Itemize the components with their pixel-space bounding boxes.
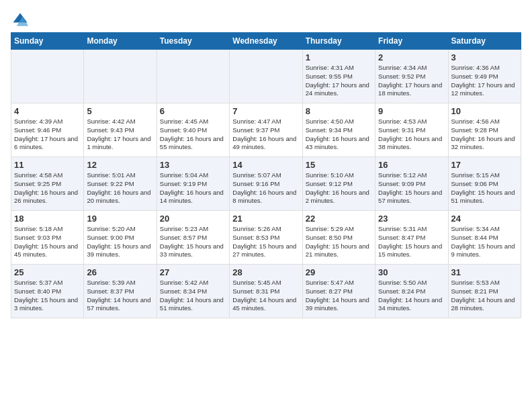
day-info: Sunrise: 5:53 AM Sunset: 8:21 PM Dayligh…	[451, 279, 518, 313]
calendar-cell: 10Sunrise: 4:56 AM Sunset: 9:28 PM Dayli…	[448, 103, 521, 157]
day-number: 18	[14, 214, 81, 224]
day-info: Sunrise: 5:29 AM Sunset: 8:50 PM Dayligh…	[306, 225, 372, 259]
logo-icon	[11, 11, 30, 30]
day-number: 27	[160, 267, 226, 277]
calendar-cell: 2Sunrise: 4:34 AM Sunset: 9:52 PM Daylig…	[375, 50, 448, 103]
day-info: Sunrise: 4:39 AM Sunset: 9:46 PM Dayligh…	[14, 118, 81, 152]
header-cell: Sunday	[11, 33, 84, 50]
day-info: Sunrise: 4:42 AM Sunset: 9:43 PM Dayligh…	[87, 118, 153, 152]
logo	[11, 11, 32, 30]
calendar-cell	[230, 50, 302, 103]
calendar-row: 18Sunrise: 5:18 AM Sunset: 9:03 PM Dayli…	[11, 211, 521, 265]
calendar-cell: 23Sunrise: 5:31 AM Sunset: 8:47 PM Dayli…	[375, 211, 448, 265]
day-info: Sunrise: 5:39 AM Sunset: 8:37 PM Dayligh…	[87, 279, 153, 313]
day-number: 14	[232, 160, 299, 170]
calendar-cell: 22Sunrise: 5:29 AM Sunset: 8:50 PM Dayli…	[302, 211, 375, 265]
calendar-cell: 4Sunrise: 4:39 AM Sunset: 9:46 PM Daylig…	[11, 103, 84, 157]
day-info: Sunrise: 4:34 AM Sunset: 9:52 PM Dayligh…	[378, 64, 445, 98]
day-number: 4	[14, 106, 81, 116]
day-info: Sunrise: 4:45 AM Sunset: 9:40 PM Dayligh…	[160, 118, 226, 152]
day-number: 22	[306, 214, 372, 224]
day-number: 16	[378, 160, 445, 170]
day-number: 28	[232, 267, 299, 277]
calendar-cell	[11, 50, 84, 103]
day-number: 26	[87, 267, 153, 277]
day-number: 2	[378, 52, 445, 62]
day-number: 6	[160, 106, 226, 116]
calendar-cell: 28Sunrise: 5:45 AM Sunset: 8:31 PM Dayli…	[230, 265, 302, 318]
calendar-row: 25Sunrise: 5:37 AM Sunset: 8:40 PM Dayli…	[11, 265, 521, 318]
day-number: 11	[14, 160, 81, 170]
calendar-cell: 25Sunrise: 5:37 AM Sunset: 8:40 PM Dayli…	[11, 265, 84, 318]
day-number: 1	[306, 52, 372, 62]
day-number: 31	[451, 267, 518, 277]
header-cell: Monday	[84, 33, 157, 50]
calendar-cell: 16Sunrise: 5:12 AM Sunset: 9:09 PM Dayli…	[375, 157, 448, 211]
page: SundayMondayTuesdayWednesdayThursdayFrid…	[0, 0, 532, 326]
day-info: Sunrise: 5:20 AM Sunset: 9:00 PM Dayligh…	[87, 225, 153, 259]
day-number: 15	[306, 160, 372, 170]
header-row: SundayMondayTuesdayWednesdayThursdayFrid…	[11, 33, 521, 50]
day-number: 23	[378, 214, 445, 224]
calendar-header: SundayMondayTuesdayWednesdayThursdayFrid…	[11, 33, 521, 50]
header-cell: Tuesday	[157, 33, 229, 50]
day-number: 29	[306, 267, 372, 277]
day-info: Sunrise: 5:15 AM Sunset: 9:06 PM Dayligh…	[451, 171, 518, 205]
day-info: Sunrise: 5:01 AM Sunset: 9:22 PM Dayligh…	[87, 171, 153, 205]
calendar-cell: 11Sunrise: 4:58 AM Sunset: 9:25 PM Dayli…	[11, 157, 84, 211]
calendar-cell: 13Sunrise: 5:04 AM Sunset: 9:19 PM Dayli…	[157, 157, 229, 211]
calendar-cell: 26Sunrise: 5:39 AM Sunset: 8:37 PM Dayli…	[84, 265, 157, 318]
day-number: 25	[14, 267, 81, 277]
day-number: 21	[232, 214, 299, 224]
day-info: Sunrise: 5:04 AM Sunset: 9:19 PM Dayligh…	[160, 171, 226, 205]
calendar-cell: 17Sunrise: 5:15 AM Sunset: 9:06 PM Dayli…	[448, 157, 521, 211]
day-number: 24	[451, 214, 518, 224]
day-info: Sunrise: 4:58 AM Sunset: 9:25 PM Dayligh…	[14, 171, 81, 205]
day-info: Sunrise: 5:47 AM Sunset: 8:27 PM Dayligh…	[306, 279, 372, 313]
header-cell: Friday	[375, 33, 448, 50]
day-number: 12	[87, 160, 153, 170]
day-info: Sunrise: 4:56 AM Sunset: 9:28 PM Dayligh…	[451, 118, 518, 152]
day-info: Sunrise: 5:37 AM Sunset: 8:40 PM Dayligh…	[14, 279, 81, 313]
day-info: Sunrise: 5:07 AM Sunset: 9:16 PM Dayligh…	[232, 171, 299, 205]
calendar-cell: 18Sunrise: 5:18 AM Sunset: 9:03 PM Dayli…	[11, 211, 84, 265]
day-number: 17	[451, 160, 518, 170]
day-info: Sunrise: 5:45 AM Sunset: 8:31 PM Dayligh…	[232, 279, 299, 313]
calendar-cell	[84, 50, 157, 103]
day-info: Sunrise: 5:12 AM Sunset: 9:09 PM Dayligh…	[378, 171, 445, 205]
calendar-cell: 6Sunrise: 4:45 AM Sunset: 9:40 PM Daylig…	[157, 103, 229, 157]
day-info: Sunrise: 5:50 AM Sunset: 8:24 PM Dayligh…	[378, 279, 445, 313]
calendar-table: SundayMondayTuesdayWednesdayThursdayFrid…	[11, 32, 521, 318]
calendar-cell: 20Sunrise: 5:23 AM Sunset: 8:57 PM Dayli…	[157, 211, 229, 265]
day-number: 13	[160, 160, 226, 170]
header-cell: Wednesday	[230, 33, 302, 50]
day-number: 9	[378, 106, 445, 116]
day-number: 3	[451, 52, 518, 62]
day-info: Sunrise: 4:31 AM Sunset: 9:55 PM Dayligh…	[306, 64, 372, 98]
calendar-cell: 19Sunrise: 5:20 AM Sunset: 9:00 PM Dayli…	[84, 211, 157, 265]
day-info: Sunrise: 5:42 AM Sunset: 8:34 PM Dayligh…	[160, 279, 226, 313]
calendar-cell: 30Sunrise: 5:50 AM Sunset: 8:24 PM Dayli…	[375, 265, 448, 318]
calendar-cell: 29Sunrise: 5:47 AM Sunset: 8:27 PM Dayli…	[302, 265, 375, 318]
header-cell: Thursday	[302, 33, 375, 50]
day-info: Sunrise: 4:47 AM Sunset: 9:37 PM Dayligh…	[232, 118, 299, 152]
day-number: 19	[87, 214, 153, 224]
calendar-row: 1Sunrise: 4:31 AM Sunset: 9:55 PM Daylig…	[11, 50, 521, 103]
calendar-cell: 15Sunrise: 5:10 AM Sunset: 9:12 PM Dayli…	[302, 157, 375, 211]
day-info: Sunrise: 5:10 AM Sunset: 9:12 PM Dayligh…	[306, 171, 372, 205]
day-number: 8	[306, 106, 372, 116]
day-number: 10	[451, 106, 518, 116]
calendar-cell: 8Sunrise: 4:50 AM Sunset: 9:34 PM Daylig…	[302, 103, 375, 157]
day-number: 5	[87, 106, 153, 116]
day-number: 7	[232, 106, 299, 116]
calendar-cell: 12Sunrise: 5:01 AM Sunset: 9:22 PM Dayli…	[84, 157, 157, 211]
day-info: Sunrise: 5:26 AM Sunset: 8:53 PM Dayligh…	[232, 225, 299, 259]
calendar-row: 11Sunrise: 4:58 AM Sunset: 9:25 PM Dayli…	[11, 157, 521, 211]
calendar-cell	[157, 50, 229, 103]
day-info: Sunrise: 5:23 AM Sunset: 8:57 PM Dayligh…	[160, 225, 226, 259]
calendar-body: 1Sunrise: 4:31 AM Sunset: 9:55 PM Daylig…	[11, 50, 521, 318]
calendar-cell: 14Sunrise: 5:07 AM Sunset: 9:16 PM Dayli…	[230, 157, 302, 211]
day-number: 30	[378, 267, 445, 277]
calendar-row: 4Sunrise: 4:39 AM Sunset: 9:46 PM Daylig…	[11, 103, 521, 157]
calendar-cell: 9Sunrise: 4:53 AM Sunset: 9:31 PM Daylig…	[375, 103, 448, 157]
